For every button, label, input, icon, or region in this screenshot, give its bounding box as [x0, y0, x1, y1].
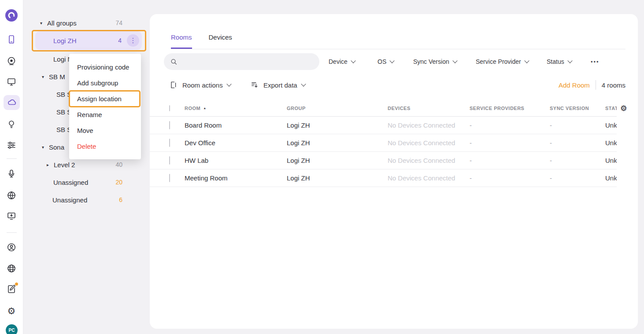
globe-icon[interactable]	[6, 190, 17, 201]
caret-right-icon[interactable]: ▸	[47, 162, 54, 167]
filter-label: OS	[378, 58, 386, 65]
selected-group-pill[interactable]: Logi ZH 4 ⋮	[35, 31, 142, 50]
menu-item-move[interactable]: Move	[69, 122, 141, 138]
room-actions-icon	[169, 81, 178, 89]
menu-item-provisioning-code[interactable]: Provisioning code	[69, 59, 141, 75]
chevron-down-icon	[301, 81, 306, 86]
monitor-download-icon[interactable]	[6, 210, 17, 222]
app-root: { "colors": { "accent_purple": "#6E55C9"…	[0, 0, 644, 334]
more-filters-button[interactable]: •••	[591, 53, 600, 70]
chevron-down-icon	[524, 58, 529, 63]
chevron-down-icon	[567, 58, 572, 63]
search-bar[interactable]	[164, 53, 319, 70]
filter-label: Status	[547, 58, 564, 65]
cell-room: HW Lab	[185, 157, 287, 164]
cell-devices: No Devices Connected	[388, 174, 470, 182]
sidebar-item-unassigned-1[interactable]: Unassigned 20	[23, 173, 150, 191]
tab-rooms[interactable]: Rooms	[171, 33, 192, 49]
table-row[interactable]: HW Lab Logi ZH No Devices Connected - - …	[150, 152, 617, 169]
group-context-menu: Provisioning code Add subgroup Assign lo…	[69, 54, 141, 159]
menu-item-delete[interactable]: Delete	[69, 138, 141, 154]
caret-down-icon[interactable]: ▾	[42, 145, 49, 150]
group-menu-button[interactable]: ⋮	[127, 34, 139, 47]
group-count: 40	[115, 161, 122, 168]
row-checkbox[interactable]	[169, 174, 170, 182]
cell-group: Logi ZH	[287, 121, 388, 129]
tab-devices[interactable]: Devices	[209, 33, 232, 49]
filter-service-provider[interactable]: Service Provider	[476, 53, 529, 70]
table-body: Board Room Logi ZH No Devices Connected …	[150, 117, 617, 187]
row-checkbox[interactable]	[169, 139, 170, 147]
sidebar-item-all-groups[interactable]: ▾ All groups 74	[23, 14, 150, 32]
cell-status: Unknown	[605, 174, 617, 182]
tab-bar: Rooms Devices	[171, 33, 232, 49]
room-actions-button[interactable]: Room actions	[169, 77, 231, 93]
icon-rail: ⚙ PC	[0, 0, 23, 334]
sidebar-item-label: Unassigned	[53, 179, 88, 186]
filter-device[interactable]: Device	[329, 53, 355, 70]
table-row[interactable]: Dev Office Logi ZH No Devices Connected …	[150, 134, 617, 152]
pc-avatar[interactable]: PC	[6, 324, 18, 334]
group-count: 20	[115, 179, 122, 186]
filter-os[interactable]: OS	[378, 53, 394, 70]
sidebar-item-unassigned-2[interactable]: Unassigned 6	[23, 191, 150, 209]
header-status[interactable]: STATUS	[605, 106, 617, 111]
caret-down-icon[interactable]: ▾	[40, 21, 47, 26]
cloud-icon[interactable]	[4, 95, 20, 110]
menu-item-assign-location[interactable]: Assign location	[69, 91, 141, 106]
cell-sync-version: -	[550, 157, 605, 164]
header-service-providers[interactable]: SERVICE PROVIDERS	[470, 106, 550, 111]
header-room[interactable]: ROOM ▲	[185, 106, 287, 111]
tablet-icon[interactable]	[6, 34, 17, 45]
network-icon[interactable]	[6, 263, 17, 274]
gear-icon[interactable]: ⚙	[6, 305, 17, 316]
filter-label: Device	[329, 58, 348, 65]
cell-group: Logi ZH	[287, 174, 388, 182]
table-row[interactable]: Board Room Logi ZH No Devices Connected …	[150, 117, 617, 134]
main-content-card: Rooms Devices Device OS Sync Version Ser…	[150, 14, 638, 329]
table-row[interactable]: Meeting Room Logi ZH No Devices Connecte…	[150, 169, 617, 187]
logi-logo[interactable]	[5, 9, 18, 22]
export-data-button[interactable]: Export data	[250, 77, 305, 93]
sidebar-item-label: Logi ZH	[53, 37, 77, 44]
search-input[interactable]	[181, 58, 313, 65]
header-group[interactable]: GROUP	[287, 106, 388, 111]
sliders-icon[interactable]	[6, 139, 17, 151]
mic-icon[interactable]	[6, 168, 17, 180]
cell-room: Meeting Room	[185, 174, 287, 182]
room-actions-label: Room actions	[182, 81, 223, 89]
toolbar-right: Add Room 4 rooms	[559, 77, 625, 93]
rail-divider	[7, 232, 17, 233]
sort-asc-icon: ▲	[203, 106, 206, 110]
toolbar: Room actions Export data Add Room 4 room…	[150, 77, 638, 93]
group-count: 6	[119, 196, 122, 203]
cell-sync-version: -	[550, 174, 605, 182]
rail-divider	[7, 158, 17, 159]
header-devices[interactable]: DEVICES	[388, 106, 470, 111]
monitor-icon[interactable]	[6, 76, 17, 88]
row-checkbox[interactable]	[169, 121, 170, 129]
header-sync-version[interactable]: SYNC VERSION	[550, 106, 605, 111]
sidebar-item-label: All groups	[47, 19, 77, 27]
sidebar-item-label: Unassigned	[52, 196, 87, 204]
filter-sync-version[interactable]: Sync Version	[413, 53, 457, 70]
chevron-down-icon	[351, 58, 355, 63]
cell-service-providers: -	[470, 157, 550, 164]
caret-down-icon[interactable]: ▾	[42, 74, 49, 79]
more-icon: •••	[591, 59, 600, 65]
cell-devices: No Devices Connected	[388, 139, 470, 147]
person-circle-icon[interactable]	[6, 242, 17, 253]
menu-item-add-subgroup[interactable]: Add subgroup	[69, 75, 141, 91]
menu-item-rename[interactable]: Rename	[69, 106, 141, 122]
camera-icon[interactable]	[6, 55, 17, 67]
select-all-checkbox[interactable]	[169, 105, 170, 111]
filter-status[interactable]: Status	[547, 53, 572, 70]
cell-devices: No Devices Connected	[388, 121, 470, 129]
add-room-button[interactable]: Add Room	[559, 81, 590, 89]
bulb-icon[interactable]	[6, 118, 17, 130]
row-checkbox[interactable]	[169, 156, 170, 165]
rooms-count: 4 rooms	[602, 81, 625, 89]
sidebar-item-logi-zh[interactable]: Logi ZH 4 ⋮	[23, 31, 150, 50]
column-settings-gear-icon[interactable]: ⚙	[620, 104, 627, 112]
edit-doc-icon[interactable]	[6, 283, 17, 295]
